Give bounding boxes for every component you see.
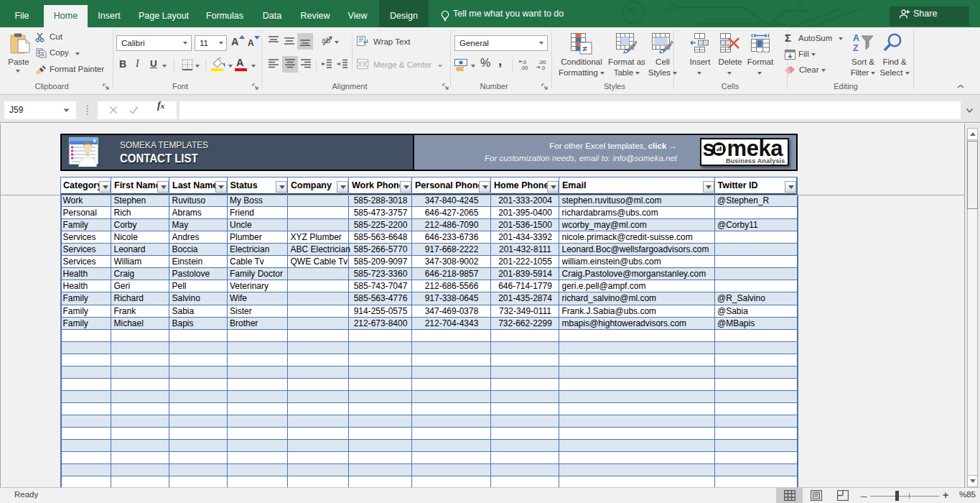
svg-text:.00: .00	[521, 65, 528, 70]
svg-text:Business Analysis: Business Analysis	[726, 157, 785, 165]
svg-text:≠: ≠	[583, 44, 588, 54]
svg-text:.0: .0	[541, 65, 545, 70]
svg-text:A: A	[853, 33, 859, 43]
svg-text:Z: Z	[853, 43, 859, 53]
